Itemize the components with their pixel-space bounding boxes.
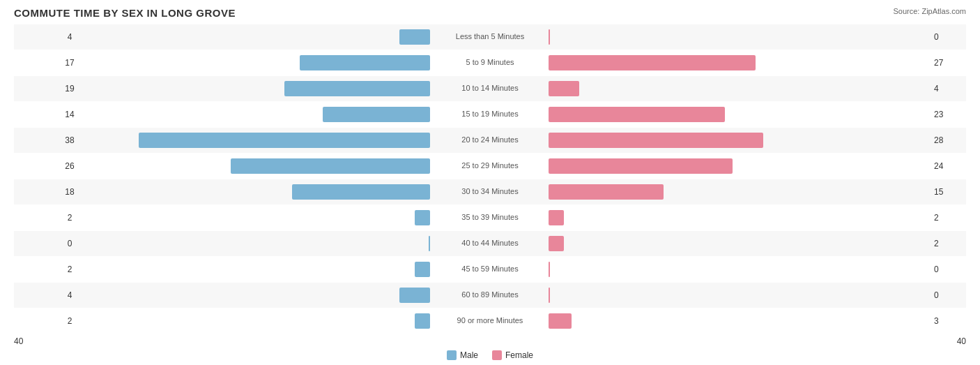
axis-right-value: 40 xyxy=(957,336,966,346)
right-section: 23 xyxy=(546,102,966,127)
male-bar xyxy=(399,288,430,303)
table-row: 4 Less than 5 Minutes 0 xyxy=(14,24,966,50)
right-value-label: 0 xyxy=(931,290,966,300)
legend-male: Male xyxy=(447,350,478,360)
axis-left-value: 40 xyxy=(14,336,23,346)
table-row: 19 10 to 14 Minutes 4 xyxy=(14,76,966,101)
table-row: 0 40 to 44 Minutes 2 xyxy=(14,231,966,256)
female-bar xyxy=(549,236,564,251)
left-section: 4 xyxy=(14,24,434,50)
pink-bar-wrap xyxy=(549,236,931,251)
right-section: 3 xyxy=(546,308,966,334)
right-section: 0 xyxy=(546,24,966,50)
right-section: 28 xyxy=(546,128,966,153)
right-section: 24 xyxy=(546,154,966,179)
right-section: 2 xyxy=(546,231,966,256)
left-section: 2 xyxy=(14,205,434,230)
right-section: 15 xyxy=(546,179,966,204)
source-label: Source: ZipAtlas.com xyxy=(893,7,966,15)
right-section: 2 xyxy=(546,205,966,230)
axis-right: 40 xyxy=(544,336,966,346)
male-bar xyxy=(139,133,430,148)
left-section: 0 xyxy=(14,231,434,256)
female-color-box xyxy=(492,350,502,360)
pink-bar-wrap xyxy=(549,29,931,45)
left-section: 18 xyxy=(14,179,434,204)
blue-bar-wrap xyxy=(125,184,431,200)
right-value-label: 27 xyxy=(931,58,966,68)
left-section: 19 xyxy=(14,76,434,101)
center-label: 5 to 9 Minutes xyxy=(434,58,546,67)
left-value-label: 2 xyxy=(14,265,125,274)
female-bar xyxy=(549,133,763,148)
male-bar xyxy=(399,29,430,45)
left-value-label: 4 xyxy=(14,32,125,42)
right-section: 27 xyxy=(546,50,966,75)
left-section: 26 xyxy=(14,154,434,179)
left-value-label: 14 xyxy=(14,110,125,119)
center-label: 30 to 34 Minutes xyxy=(434,187,546,196)
table-row: 2 45 to 59 Minutes 0 xyxy=(14,257,966,282)
left-section: 38 xyxy=(14,128,434,153)
center-label: Less than 5 Minutes xyxy=(434,32,546,41)
left-section: 2 xyxy=(14,257,434,282)
pink-bar-wrap xyxy=(549,288,931,303)
right-value-label: 28 xyxy=(931,135,966,145)
table-row: 4 60 to 89 Minutes 0 xyxy=(14,283,966,308)
pink-bar-wrap xyxy=(549,210,931,225)
left-value-label: 17 xyxy=(14,58,125,68)
blue-bar-wrap xyxy=(125,107,431,122)
right-value-label: 0 xyxy=(931,32,966,42)
blue-bar-wrap xyxy=(125,81,431,96)
table-row: 38 20 to 24 Minutes 28 xyxy=(14,128,966,153)
table-row: 18 30 to 34 Minutes 15 xyxy=(14,179,966,204)
left-value-label: 2 xyxy=(14,316,125,326)
male-bar xyxy=(300,55,430,70)
left-section: 17 xyxy=(14,50,434,75)
right-value-label: 15 xyxy=(931,187,966,197)
blue-bar-wrap xyxy=(125,29,431,45)
table-row: 26 25 to 29 Minutes 24 xyxy=(14,154,966,179)
female-bar xyxy=(549,288,550,303)
right-value-label: 2 xyxy=(931,213,966,223)
center-label: 25 to 29 Minutes xyxy=(434,161,546,170)
center-label: 35 to 39 Minutes xyxy=(434,213,546,222)
right-section: 0 xyxy=(546,283,966,308)
female-bar xyxy=(549,55,756,70)
right-value-label: 24 xyxy=(931,161,966,171)
male-bar xyxy=(292,184,430,200)
blue-bar-wrap xyxy=(125,55,431,70)
chart-title: COMMUTE TIME BY SEX IN LONG GROVE xyxy=(14,7,966,19)
left-section: 4 xyxy=(14,283,434,308)
blue-bar-wrap xyxy=(125,236,431,251)
blue-bar-wrap xyxy=(125,288,431,303)
chart-container: COMMUTE TIME BY SEX IN LONG GROVE Source… xyxy=(0,0,980,365)
female-bar xyxy=(549,29,550,45)
left-value-label: 19 xyxy=(14,84,125,94)
table-row: 14 15 to 19 Minutes 23 xyxy=(14,102,966,127)
right-section: 0 xyxy=(546,257,966,282)
pink-bar-wrap xyxy=(549,107,931,122)
right-value-label: 4 xyxy=(931,84,966,94)
right-value-label: 3 xyxy=(931,316,966,326)
pink-bar-wrap xyxy=(549,81,931,96)
right-value-label: 2 xyxy=(931,239,966,248)
female-bar xyxy=(549,158,733,174)
legend: Male Female xyxy=(14,350,966,360)
male-bar xyxy=(284,81,430,96)
right-value-label: 23 xyxy=(931,110,966,119)
axis-left: 40 xyxy=(14,336,436,346)
male-bar xyxy=(323,107,430,122)
male-bar xyxy=(429,236,430,251)
male-color-box xyxy=(447,350,457,360)
pink-bar-wrap xyxy=(549,55,931,70)
left-value-label: 18 xyxy=(14,187,125,197)
female-bar xyxy=(549,184,664,200)
female-bar xyxy=(549,262,550,277)
left-value-label: 4 xyxy=(14,290,125,300)
male-bar xyxy=(415,313,430,329)
left-value-label: 38 xyxy=(14,135,125,145)
right-section: 4 xyxy=(546,76,966,101)
blue-bar-wrap xyxy=(125,313,431,329)
left-section: 14 xyxy=(14,102,434,127)
